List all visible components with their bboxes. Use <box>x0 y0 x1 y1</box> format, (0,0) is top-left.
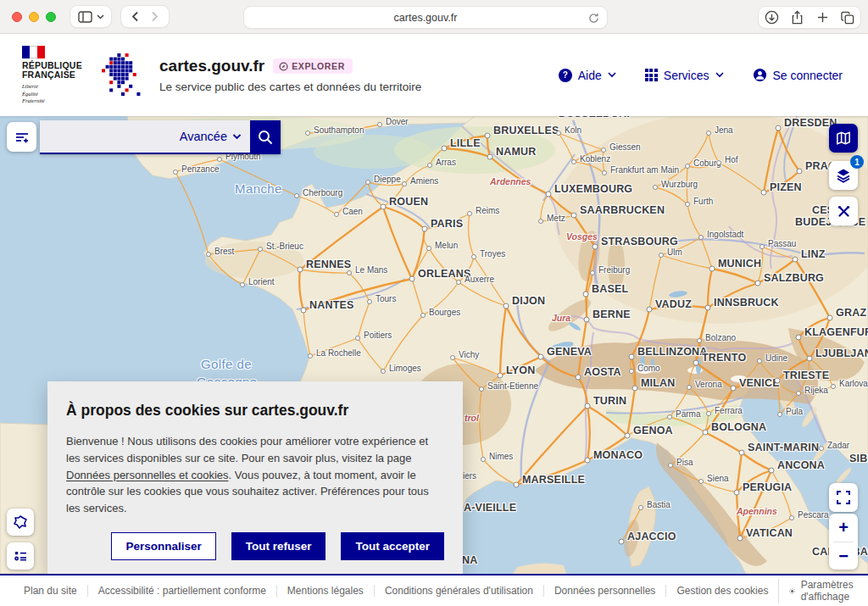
browser-actions <box>758 6 861 29</box>
close-window-button[interactable] <box>12 12 22 22</box>
minimize-window-button[interactable] <box>29 12 39 22</box>
layers-icon <box>835 167 852 184</box>
cookie-customize-button[interactable]: Personnaliser <box>111 532 215 560</box>
layers-button[interactable]: 1 <box>829 161 858 190</box>
history-nav <box>120 5 170 28</box>
tools-button[interactable] <box>829 197 858 225</box>
sidebar-toggle[interactable] <box>70 5 112 28</box>
layers-count-badge: 1 <box>850 155 864 169</box>
legend-button[interactable] <box>7 542 34 570</box>
cookie-dialog-title: À propos des cookies sur cartes.gouv.fr <box>66 402 444 420</box>
republique-name: RÉPUBLIQUE FRANÇAISE <box>22 61 92 81</box>
explorer-badge: EXPLORER <box>273 58 353 74</box>
cookie-consent-dialog: À propos des cookies sur cartes.gouv.fr … <box>47 381 463 574</box>
nav-services[interactable]: Services <box>645 69 724 82</box>
fullscreen-icon <box>836 490 851 505</box>
cookies-policy-link[interactable]: Données personnelles et cookies <box>66 469 229 481</box>
filter-list-icon <box>14 130 30 145</box>
display-settings[interactable]: Paramètres d'affichage <box>778 579 868 603</box>
legend-list-icon <box>13 548 28 564</box>
chevron-down-icon <box>97 14 104 19</box>
basemap-button[interactable] <box>829 124 858 153</box>
zoom-window-button[interactable] <box>46 12 56 22</box>
site-tagline: Le service public des cartes et données … <box>159 81 421 93</box>
display-sun-icon <box>789 586 795 597</box>
republique-motto: Liberté Égalité Fraternité <box>22 83 92 104</box>
map-icon <box>835 130 852 147</box>
footer-link[interactable]: Plan du site <box>24 585 87 597</box>
tab-overview-icon[interactable] <box>841 11 854 25</box>
nav-login[interactable]: Se connecter <box>753 68 843 82</box>
cookie-dialog-body: Bienvenue ! Nous utilisons des cookies p… <box>66 433 444 517</box>
page-title: cartes.gouv.fr <box>159 57 264 75</box>
address-bar[interactable]: cartes.gouv.fr <box>243 6 608 29</box>
french-flag-icon <box>22 46 45 58</box>
zoom-out-button[interactable]: − <box>829 542 858 570</box>
france-extent-button[interactable] <box>7 509 34 536</box>
footer-link[interactable]: Mentions légales <box>276 585 374 597</box>
site-header: RÉPUBLIQUE FRANÇAISE Liberté Égalité Fra… <box>0 34 868 116</box>
url-text: cartes.gouv.fr <box>394 12 458 24</box>
dialog-buttons: PersonnaliserTout refuserTout accepter <box>66 532 444 560</box>
sidebar-icon <box>78 11 92 23</box>
browser-toolbar: cartes.gouv.fr <box>0 0 868 34</box>
forward-button[interactable] <box>151 11 159 22</box>
footer-link[interactable]: Accessibilité : partiellement conforme <box>87 585 276 597</box>
fullscreen-button[interactable] <box>829 483 858 512</box>
share-icon[interactable] <box>791 10 804 25</box>
map-viewport[interactable]: DUSSELDORFBRUXELLESLILLENAMURLUXEMBOURGS… <box>0 116 868 574</box>
nav-aide[interactable]: ? Aide <box>559 69 616 82</box>
search-input[interactable] <box>40 120 184 153</box>
compass-icon <box>279 62 288 71</box>
footer-link[interactable]: Données personnelles <box>543 585 665 597</box>
user-icon <box>753 68 767 82</box>
window-controls <box>12 12 56 22</box>
chevron-down-icon <box>608 72 616 78</box>
downloads-icon[interactable] <box>765 10 779 25</box>
chevron-down-icon <box>715 72 724 78</box>
help-icon: ? <box>559 69 572 82</box>
search-button[interactable] <box>250 120 281 154</box>
cookie-refuse-all-button[interactable]: Tout refuser <box>231 532 326 560</box>
search-icon <box>257 129 274 146</box>
back-button[interactable] <box>131 11 139 22</box>
footer: Plan du siteAccessibilité : partiellemen… <box>0 574 868 606</box>
new-tab-icon[interactable] <box>816 11 829 24</box>
france-outline-icon <box>13 514 28 530</box>
republique-francaise-logo: RÉPUBLIQUE FRANÇAISE Liberté Égalité Fra… <box>22 46 92 105</box>
footer-link[interactable]: Conditions générales d'utilisation <box>374 585 543 597</box>
tools-icon <box>836 203 852 220</box>
reload-icon[interactable] <box>588 12 599 27</box>
cookie-accept-all-button[interactable]: Tout accepter <box>341 532 444 560</box>
zoom-in-button[interactable]: + <box>829 514 858 542</box>
footer-link[interactable]: Gestion des cookies <box>665 585 778 597</box>
chevron-down-icon <box>232 134 242 140</box>
zoom-controls: + − <box>829 514 858 570</box>
apps-grid-icon <box>645 69 658 81</box>
footer-links: Plan du siteAccessibilité : partiellemen… <box>24 585 778 597</box>
advanced-search-toggle-button[interactable] <box>7 122 36 152</box>
cartes-gouv-pixel-logo <box>102 53 146 97</box>
advanced-search-dropdown[interactable]: Avancée <box>180 130 242 143</box>
